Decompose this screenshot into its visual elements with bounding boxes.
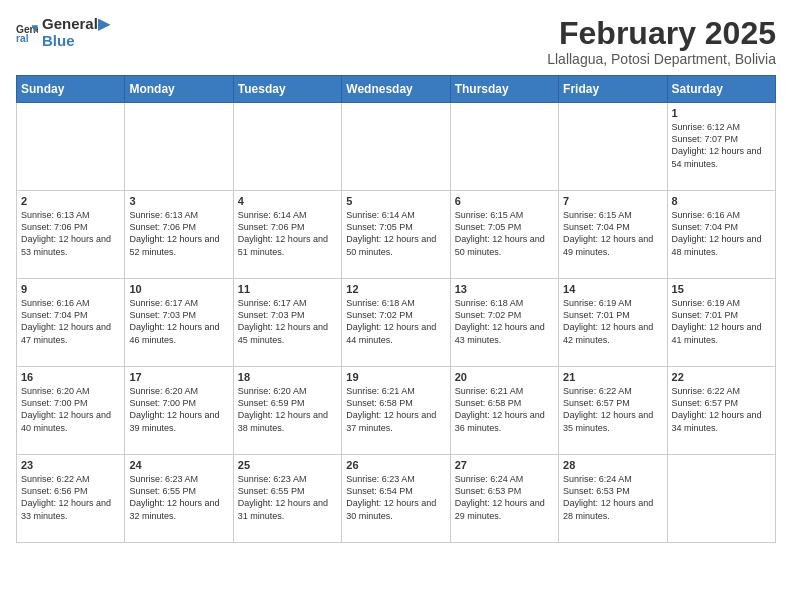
weekday-header-saturday: Saturday xyxy=(667,76,775,103)
day-cell: 5Sunrise: 6:14 AM Sunset: 7:05 PM Daylig… xyxy=(342,191,450,279)
day-cell: 4Sunrise: 6:14 AM Sunset: 7:06 PM Daylig… xyxy=(233,191,341,279)
day-number: 10 xyxy=(129,283,228,295)
day-info: Sunrise: 6:24 AM Sunset: 6:53 PM Dayligh… xyxy=(455,473,554,522)
day-info: Sunrise: 6:20 AM Sunset: 6:59 PM Dayligh… xyxy=(238,385,337,434)
day-number: 28 xyxy=(563,459,662,471)
day-cell: 24Sunrise: 6:23 AM Sunset: 6:55 PM Dayli… xyxy=(125,455,233,543)
day-cell: 17Sunrise: 6:20 AM Sunset: 7:00 PM Dayli… xyxy=(125,367,233,455)
week-row-2: 2Sunrise: 6:13 AM Sunset: 7:06 PM Daylig… xyxy=(17,191,776,279)
day-info: Sunrise: 6:17 AM Sunset: 7:03 PM Dayligh… xyxy=(238,297,337,346)
day-cell: 25Sunrise: 6:23 AM Sunset: 6:55 PM Dayli… xyxy=(233,455,341,543)
day-cell: 7Sunrise: 6:15 AM Sunset: 7:04 PM Daylig… xyxy=(559,191,667,279)
day-number: 4 xyxy=(238,195,337,207)
day-cell: 26Sunrise: 6:23 AM Sunset: 6:54 PM Dayli… xyxy=(342,455,450,543)
day-number: 22 xyxy=(672,371,771,383)
day-number: 15 xyxy=(672,283,771,295)
day-info: Sunrise: 6:20 AM Sunset: 7:00 PM Dayligh… xyxy=(21,385,120,434)
day-cell: 22Sunrise: 6:22 AM Sunset: 6:57 PM Dayli… xyxy=(667,367,775,455)
day-number: 27 xyxy=(455,459,554,471)
day-info: Sunrise: 6:15 AM Sunset: 7:05 PM Dayligh… xyxy=(455,209,554,258)
day-cell: 12Sunrise: 6:18 AM Sunset: 7:02 PM Dayli… xyxy=(342,279,450,367)
logo: Gene ral General▶ Blue xyxy=(16,16,110,49)
day-cell: 10Sunrise: 6:17 AM Sunset: 7:03 PM Dayli… xyxy=(125,279,233,367)
day-info: Sunrise: 6:23 AM Sunset: 6:55 PM Dayligh… xyxy=(238,473,337,522)
day-cell: 8Sunrise: 6:16 AM Sunset: 7:04 PM Daylig… xyxy=(667,191,775,279)
weekday-header-tuesday: Tuesday xyxy=(233,76,341,103)
day-number: 9 xyxy=(21,283,120,295)
day-cell: 21Sunrise: 6:22 AM Sunset: 6:57 PM Dayli… xyxy=(559,367,667,455)
day-info: Sunrise: 6:21 AM Sunset: 6:58 PM Dayligh… xyxy=(346,385,445,434)
day-cell: 14Sunrise: 6:19 AM Sunset: 7:01 PM Dayli… xyxy=(559,279,667,367)
day-number: 26 xyxy=(346,459,445,471)
day-info: Sunrise: 6:14 AM Sunset: 7:05 PM Dayligh… xyxy=(346,209,445,258)
day-number: 8 xyxy=(672,195,771,207)
day-cell: 6Sunrise: 6:15 AM Sunset: 7:05 PM Daylig… xyxy=(450,191,558,279)
day-info: Sunrise: 6:15 AM Sunset: 7:04 PM Dayligh… xyxy=(563,209,662,258)
day-cell xyxy=(450,103,558,191)
weekday-header-wednesday: Wednesday xyxy=(342,76,450,103)
day-info: Sunrise: 6:22 AM Sunset: 6:57 PM Dayligh… xyxy=(672,385,771,434)
week-row-3: 9Sunrise: 6:16 AM Sunset: 7:04 PM Daylig… xyxy=(17,279,776,367)
day-cell xyxy=(342,103,450,191)
location-title: Llallagua, Potosi Department, Bolivia xyxy=(547,51,776,67)
weekday-header-monday: Monday xyxy=(125,76,233,103)
day-number: 25 xyxy=(238,459,337,471)
weekday-header-thursday: Thursday xyxy=(450,76,558,103)
day-number: 7 xyxy=(563,195,662,207)
day-number: 14 xyxy=(563,283,662,295)
svg-text:ral: ral xyxy=(16,33,29,44)
week-row-1: 1Sunrise: 6:12 AM Sunset: 7:07 PM Daylig… xyxy=(17,103,776,191)
day-cell xyxy=(233,103,341,191)
day-cell: 15Sunrise: 6:19 AM Sunset: 7:01 PM Dayli… xyxy=(667,279,775,367)
day-cell: 2Sunrise: 6:13 AM Sunset: 7:06 PM Daylig… xyxy=(17,191,125,279)
day-cell: 1Sunrise: 6:12 AM Sunset: 7:07 PM Daylig… xyxy=(667,103,775,191)
day-info: Sunrise: 6:21 AM Sunset: 6:58 PM Dayligh… xyxy=(455,385,554,434)
page-header: Gene ral General▶ Blue February 2025 Lla… xyxy=(16,16,776,67)
week-row-5: 23Sunrise: 6:22 AM Sunset: 6:56 PM Dayli… xyxy=(17,455,776,543)
weekday-header-row: SundayMondayTuesdayWednesdayThursdayFrid… xyxy=(17,76,776,103)
day-number: 2 xyxy=(21,195,120,207)
logo-general: General▶ xyxy=(42,16,110,33)
day-info: Sunrise: 6:16 AM Sunset: 7:04 PM Dayligh… xyxy=(21,297,120,346)
day-info: Sunrise: 6:12 AM Sunset: 7:07 PM Dayligh… xyxy=(672,121,771,170)
day-cell: 27Sunrise: 6:24 AM Sunset: 6:53 PM Dayli… xyxy=(450,455,558,543)
day-number: 12 xyxy=(346,283,445,295)
month-title: February 2025 xyxy=(547,16,776,51)
day-cell: 9Sunrise: 6:16 AM Sunset: 7:04 PM Daylig… xyxy=(17,279,125,367)
day-info: Sunrise: 6:23 AM Sunset: 6:54 PM Dayligh… xyxy=(346,473,445,522)
day-cell xyxy=(17,103,125,191)
day-info: Sunrise: 6:20 AM Sunset: 7:00 PM Dayligh… xyxy=(129,385,228,434)
day-info: Sunrise: 6:24 AM Sunset: 6:53 PM Dayligh… xyxy=(563,473,662,522)
day-info: Sunrise: 6:19 AM Sunset: 7:01 PM Dayligh… xyxy=(563,297,662,346)
day-number: 11 xyxy=(238,283,337,295)
day-info: Sunrise: 6:22 AM Sunset: 6:57 PM Dayligh… xyxy=(563,385,662,434)
day-info: Sunrise: 6:22 AM Sunset: 6:56 PM Dayligh… xyxy=(21,473,120,522)
day-number: 1 xyxy=(672,107,771,119)
day-cell: 13Sunrise: 6:18 AM Sunset: 7:02 PM Dayli… xyxy=(450,279,558,367)
day-number: 6 xyxy=(455,195,554,207)
day-cell: 19Sunrise: 6:21 AM Sunset: 6:58 PM Dayli… xyxy=(342,367,450,455)
day-cell xyxy=(559,103,667,191)
day-number: 21 xyxy=(563,371,662,383)
day-info: Sunrise: 6:14 AM Sunset: 7:06 PM Dayligh… xyxy=(238,209,337,258)
logo-blue: Blue xyxy=(42,33,110,50)
day-info: Sunrise: 6:16 AM Sunset: 7:04 PM Dayligh… xyxy=(672,209,771,258)
logo-icon: Gene ral xyxy=(16,22,38,44)
day-info: Sunrise: 6:18 AM Sunset: 7:02 PM Dayligh… xyxy=(455,297,554,346)
day-number: 18 xyxy=(238,371,337,383)
day-number: 20 xyxy=(455,371,554,383)
weekday-header-sunday: Sunday xyxy=(17,76,125,103)
day-number: 23 xyxy=(21,459,120,471)
day-info: Sunrise: 6:18 AM Sunset: 7:02 PM Dayligh… xyxy=(346,297,445,346)
day-number: 16 xyxy=(21,371,120,383)
day-number: 17 xyxy=(129,371,228,383)
day-cell xyxy=(667,455,775,543)
week-row-4: 16Sunrise: 6:20 AM Sunset: 7:00 PM Dayli… xyxy=(17,367,776,455)
day-cell: 16Sunrise: 6:20 AM Sunset: 7:00 PM Dayli… xyxy=(17,367,125,455)
calendar-table: SundayMondayTuesdayWednesdayThursdayFrid… xyxy=(16,75,776,543)
day-info: Sunrise: 6:17 AM Sunset: 7:03 PM Dayligh… xyxy=(129,297,228,346)
weekday-header-friday: Friday xyxy=(559,76,667,103)
day-info: Sunrise: 6:13 AM Sunset: 7:06 PM Dayligh… xyxy=(129,209,228,258)
day-cell: 3Sunrise: 6:13 AM Sunset: 7:06 PM Daylig… xyxy=(125,191,233,279)
day-info: Sunrise: 6:19 AM Sunset: 7:01 PM Dayligh… xyxy=(672,297,771,346)
